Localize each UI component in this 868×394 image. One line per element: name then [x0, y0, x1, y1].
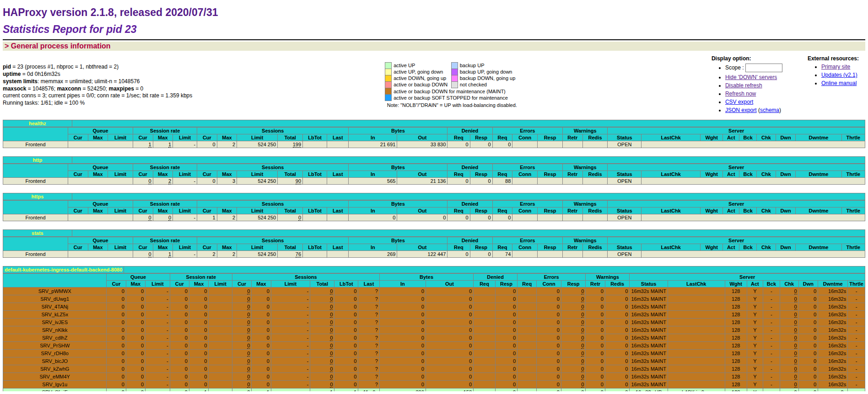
proxy-table-block: default-kubernetes-ingress-default-backe… — [3, 266, 865, 391]
column-header: Dwntme — [796, 171, 841, 178]
process-info-text: = 1048576; — [26, 85, 57, 92]
primary-site-link[interactable]: Primary site — [821, 64, 850, 70]
server-name-link[interactable]: SRV_rDH8o — [3, 350, 107, 357]
cell: 0 — [537, 381, 561, 389]
column-header: Redis — [582, 208, 608, 214]
legend-swatch-backup-down-going-up — [451, 75, 458, 81]
proxy-name-cell: healthz — [3, 120, 72, 127]
server-name-link[interactable]: SRV_nKlkk — [3, 326, 107, 334]
frontend-link[interactable]: Frontend — [3, 178, 68, 185]
server-name-link[interactable]: SRV_kZwhG — [3, 365, 107, 373]
value: 0 — [247, 304, 250, 310]
cell: 2 — [153, 178, 173, 185]
csv-export-link[interactable]: CSV export — [725, 99, 753, 105]
server-name-link[interactable]: SRV_4TANj — [3, 303, 107, 311]
cell: 0 — [232, 295, 252, 303]
cell: 16m32s — [818, 365, 848, 373]
display-options-heading: Display option: — [712, 55, 751, 62]
disable-refresh-link[interactable]: Disable refresh — [725, 82, 762, 89]
cell: 0 — [447, 178, 470, 185]
cell: 0 — [197, 178, 217, 185]
cell — [474, 381, 496, 389]
value: 0 — [247, 366, 250, 372]
cell: - — [763, 319, 780, 326]
cell: 0 — [133, 251, 153, 258]
proxy-name-link[interactable]: https — [31, 194, 43, 199]
cell: Y — [747, 350, 763, 357]
lastchk-cell — [668, 311, 725, 319]
cell: ? — [358, 342, 380, 350]
column-header-row: CurMaxLimitCurMaxLimitCurMaxLimitTotalLb… — [3, 171, 865, 178]
cell: 0 — [605, 303, 630, 311]
server-name-link[interactable]: SRV_kLZ5x — [3, 311, 107, 319]
server-name-link[interactable]: SRV_eMM4Y — [3, 373, 107, 381]
server-name-link[interactable]: SRV_SfwiF — [3, 389, 107, 392]
cell: Y — [747, 357, 763, 365]
proxy-name-link[interactable]: stats — [32, 230, 43, 236]
server-name-link[interactable]: SRV_lgv1u — [3, 381, 107, 389]
cell: 128 — [725, 381, 747, 389]
cell: 0 — [379, 295, 426, 303]
spacer-cell — [72, 230, 865, 237]
updates-v2-1-link[interactable]: Updates (v2.1) — [821, 72, 857, 78]
value: 0 — [581, 288, 584, 294]
refresh-now-link[interactable]: Refresh now — [725, 91, 756, 97]
proxy-name-link[interactable]: http — [32, 157, 42, 163]
lastchk-cell — [668, 365, 725, 373]
column-header: Out — [426, 281, 473, 288]
proxy-name-link[interactable]: default-kubernetes-ingress-default-backe… — [5, 267, 122, 272]
cell — [209, 295, 232, 303]
cell: 0 — [426, 311, 473, 319]
schema-link[interactable]: schema — [760, 107, 779, 113]
process-info: pid = 23 (process #1, nbproc = 1, nbthre… — [3, 64, 192, 107]
column-header: Thrtle — [841, 208, 865, 214]
cell: 0 — [798, 334, 818, 342]
cell — [642, 141, 865, 148]
column-group-header: Denied — [447, 128, 492, 134]
hide-down-servers-link[interactable]: Hide 'DOWN' servers — [725, 74, 777, 80]
column-header: Max — [153, 171, 173, 178]
server-name-link[interactable]: SRV_bicJO — [3, 357, 107, 365]
column-header: Wght — [701, 134, 723, 141]
cell: 0 — [798, 350, 818, 357]
server-name-link[interactable]: SRV_dUwg1 — [3, 295, 107, 303]
haproxy-home-link[interactable]: HAProxy version 2.1.8, released 2020/07/… — [3, 6, 218, 18]
column-header: Cur — [107, 281, 126, 288]
proxy-title-table: stats — [3, 229, 865, 237]
cell: 0 — [495, 295, 517, 303]
frontend-link[interactable]: Frontend — [3, 251, 68, 258]
cell: 0 — [470, 141, 492, 148]
table-row: Frontend02-03524 2509056521 1360088OPEN — [3, 178, 865, 185]
proxy-name-link[interactable]: healthz — [29, 121, 46, 126]
lastchk-cell — [668, 326, 725, 334]
cell: 0 — [232, 303, 252, 311]
server-name-link[interactable]: SRV_ivJES — [3, 319, 107, 326]
column-group-header: Bytes — [379, 274, 473, 281]
lastchk-cell: L4OK in 0ms — [668, 389, 725, 392]
cell: 0 — [252, 303, 271, 311]
cell — [303, 178, 327, 185]
column-header: Bck — [739, 244, 757, 251]
cell: 3 — [217, 178, 237, 185]
cell: Y — [747, 303, 763, 311]
frontend-link[interactable]: Frontend — [3, 214, 68, 221]
table-row: SRV_cdlhZ00-0000-00?000000016m32s MAINT1… — [3, 334, 865, 342]
value: 0 — [330, 327, 333, 333]
cell: 0 — [126, 381, 145, 389]
cell: - — [848, 319, 865, 326]
column-header: LastChk — [642, 134, 701, 141]
json-export-link[interactable]: JSON export — [725, 107, 757, 113]
frontend-link[interactable]: Frontend — [3, 141, 68, 148]
cell: 0 — [379, 288, 426, 295]
online-manual-link[interactable]: Online manual — [821, 80, 857, 86]
cell: 0 — [379, 342, 426, 350]
proxy-title-table: https — [3, 193, 865, 200]
cell: ? — [358, 350, 380, 357]
server-name-link[interactable]: SRV_PrSHW — [3, 342, 107, 350]
server-name-link[interactable]: SRV_cdlhZ — [3, 334, 107, 342]
status-cell: 16m32s MAINT — [630, 334, 668, 342]
cell — [538, 141, 563, 148]
scope-input[interactable] — [745, 64, 782, 72]
legend-swatch-active-or-backup-down — [385, 81, 392, 88]
server-name-link[interactable]: SRV_pWMWX — [3, 288, 107, 295]
